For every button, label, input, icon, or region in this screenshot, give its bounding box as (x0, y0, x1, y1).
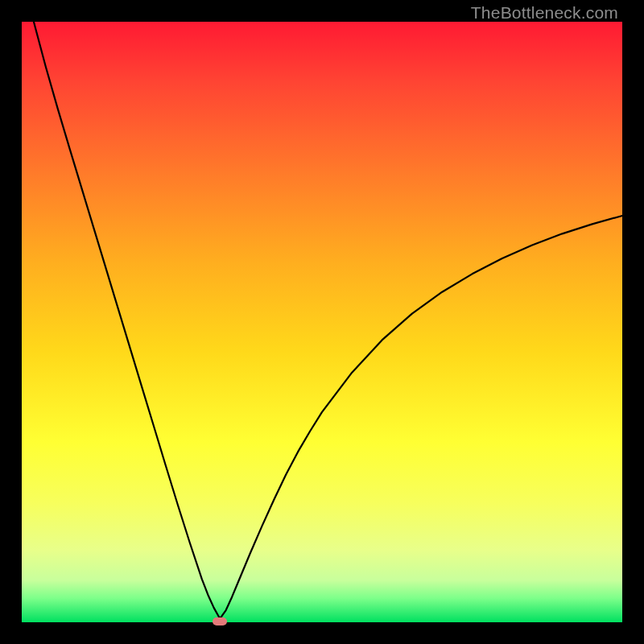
bottleneck-curve (22, 22, 622, 622)
chart-frame: TheBottleneck.com (0, 0, 644, 644)
optimal-point-marker (213, 617, 227, 625)
watermark-text: TheBottleneck.com (471, 3, 618, 23)
plot-area (22, 22, 622, 622)
